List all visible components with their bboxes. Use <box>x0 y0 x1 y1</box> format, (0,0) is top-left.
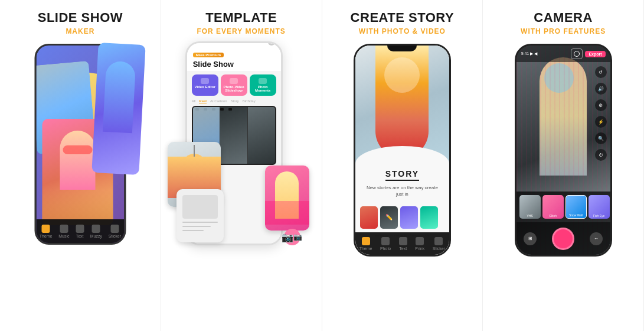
camera-subtitle: WITH PRO FEATURES <box>521 27 606 35</box>
toolbar-text-story[interactable]: Text <box>399 237 407 251</box>
camera-title: CAMERA <box>534 11 593 25</box>
toolbar-music[interactable]: Music <box>58 225 69 238</box>
zoom-button[interactable]: 🔍 <box>595 132 607 144</box>
filter-glitch[interactable]: Glitch <box>542 195 564 219</box>
moments-card[interactable]: Photo Moments <box>250 74 276 96</box>
toolbar-photo-story[interactable]: Photo <box>380 237 391 251</box>
template-header: Make Premium Slide Show <box>187 43 281 71</box>
template-content: Make Premium Slide Show Video Editor Pho… <box>166 35 317 324</box>
camera-fab-button[interactable]: 📷 <box>284 229 300 245</box>
toolbar-text[interactable]: Text <box>76 225 84 238</box>
photo-video-card[interactable]: Photo-Video Slideshow <box>221 74 247 96</box>
createstory-title: CREATE STORY <box>351 11 455 25</box>
camera-flip-button[interactable]: ↔ <box>590 232 603 245</box>
slideshow-title: SLIDE SHOW <box>38 11 123 25</box>
export-button[interactable]: Export <box>585 51 605 57</box>
app-title: Slide Show <box>193 60 275 69</box>
tab-birthday[interactable]: Birthday <box>243 99 256 103</box>
story-wave <box>355 146 449 164</box>
photo-video-label: Photo-Video Slideshow <box>224 85 244 92</box>
premium-badge: Make Premium <box>193 53 224 57</box>
story-main-image <box>355 46 449 164</box>
story-label: STORY <box>385 169 419 181</box>
section-camera: CAMERA WITH PRO FEATURES 9:41 ▶ ◀ Export <box>483 0 644 331</box>
photo-video-icon <box>230 78 238 84</box>
section-template: TEMPLATE FOR EVERY MOMENTS Make Premium … <box>161 0 322 331</box>
filter-fisheye[interactable]: Fish Eye <box>589 195 610 219</box>
video-icon <box>201 78 209 84</box>
camera-top-bar: 9:41 ▶ ◀ Export <box>516 46 610 62</box>
tab-story[interactable]: Story <box>231 99 239 103</box>
story-thumb-2[interactable]: ✏️ <box>380 206 398 229</box>
story-text-area: STORY New stories are on the way create … <box>355 164 449 202</box>
feature-cards: Video Editor Photo-Video Slideshow Photo… <box>187 71 281 99</box>
filter-rays[interactable]: Rays <box>612 195 612 219</box>
story-thumb-3[interactable] <box>400 206 418 229</box>
template-title: TEMPLATE <box>205 11 277 25</box>
camera-phone: 9:41 ▶ ◀ Export ↺ 🔊 ⚙ ⚡ 🔍 ⏱ <box>515 44 612 257</box>
moments-label: Photo Moments <box>255 85 270 92</box>
camera-right-controls: ↺ 🔊 ⚙ ⚡ 🔍 ⏱ <box>595 66 607 161</box>
story-thumb-1[interactable] <box>360 206 378 229</box>
video-editor-card[interactable]: Video Editor <box>192 74 218 96</box>
toolbar-theme[interactable]: Theme <box>40 225 53 238</box>
film-cell-3 <box>248 107 275 164</box>
video-editor-label: Video Editor <box>195 85 215 89</box>
filter-fisheye-label: Fish Eye <box>589 214 610 218</box>
story-thumb-4[interactable] <box>420 206 438 229</box>
camera-shutter-button[interactable] <box>552 228 574 250</box>
createstory-phone: STORY New stories are on the way create … <box>354 44 451 257</box>
tab-ai-cartoon[interactable]: AI Cartoon <box>210 99 227 103</box>
toolbar-muzzy[interactable]: Muzzy <box>90 225 102 238</box>
story-description: New stories are on the way create just i… <box>362 184 442 197</box>
camera-bottom-bar: ⊞ ↔ <box>516 222 610 255</box>
filter-glitch-label: Glitch <box>542 214 564 218</box>
sketch-card <box>176 189 224 242</box>
filter-strip: VHS Glitch Snow Wall Fish Eye Rays <box>516 192 610 222</box>
createstory-screen: STORY New stories are on the way create … <box>355 46 449 255</box>
slideshow-toolbar: Theme Music Text Muzzy <box>36 219 124 243</box>
camera-gallery-button[interactable]: ⊞ <box>524 232 537 245</box>
film-cell-2 <box>220 107 248 164</box>
phone-notch <box>387 46 417 51</box>
filter-rays-label: Rays <box>612 214 612 218</box>
slideshow-phone-container: Theme Music Text Muzzy <box>27 44 133 262</box>
filter-snow[interactable]: Snow Wall <box>565 195 587 219</box>
toolbar-theme-story[interactable]: Theme <box>359 237 372 251</box>
story-thumbnails: ✏️ <box>355 203 449 232</box>
film-hole <box>220 108 224 111</box>
moments-icon <box>259 78 267 84</box>
filter-snow-label: Snow Wall <box>566 213 586 217</box>
template-subtitle: FOR EVERY MOMENTS <box>197 27 285 35</box>
red-dress-card <box>265 166 309 231</box>
settings-button[interactable]: ⚙ <box>595 99 607 111</box>
camera-flip-icon[interactable] <box>571 48 583 59</box>
flash-button[interactable]: ⚡ <box>595 116 607 128</box>
template-tabs: All Reel AI Cartoon Story Birthday <box>187 99 281 106</box>
camera-time: 9:41 ▶ ◀ <box>521 51 538 56</box>
section-createstory: CREATE STORY WITH PHOTO & VIDEO STORY Ne… <box>322 0 483 331</box>
createstory-toolbar: Theme Photo Text Prink Sticker <box>355 232 449 255</box>
toolbar-sticker[interactable]: Sticker <box>109 225 121 238</box>
volume-button[interactable]: 🔊 <box>595 83 607 95</box>
filter-vhs-label: VHS <box>519 214 541 218</box>
camera-screen: 9:41 ▶ ◀ Export ↺ 🔊 ⚙ ⚡ 🔍 ⏱ <box>516 46 610 255</box>
gear-icon[interactable] <box>268 41 275 46</box>
createstory-subtitle: WITH PHOTO & VIDEO <box>359 27 446 35</box>
rotate-button[interactable]: ↺ <box>595 66 607 78</box>
template-phone-wrapper: Make Premium Slide Show Video Editor Pho… <box>179 41 303 254</box>
sketch-lines <box>176 189 224 240</box>
toolbar-sticker-story[interactable]: Sticker <box>433 237 445 251</box>
section-slideshow: SLIDE SHOW MAKER <box>0 0 161 331</box>
filter-vhs[interactable]: VHS <box>519 195 541 219</box>
tab-reel[interactable]: Reel <box>199 99 207 103</box>
timer-button[interactable]: ⏱ <box>595 149 607 161</box>
film-hole <box>228 108 232 111</box>
blue-portrait-bg <box>91 43 145 175</box>
toolbar-prink-story[interactable]: Prink <box>415 237 424 251</box>
slideshow-subtitle: MAKER <box>66 27 94 35</box>
tab-all[interactable]: All <box>192 99 196 103</box>
